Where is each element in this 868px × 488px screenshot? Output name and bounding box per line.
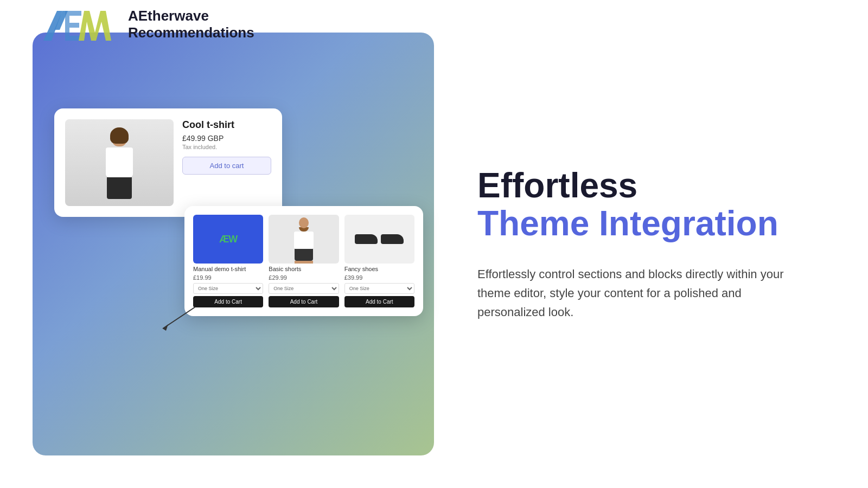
product-image	[65, 119, 174, 206]
product-title: Cool t-shirt	[182, 119, 271, 131]
reco-image-tshirt: ÆW	[193, 215, 263, 264]
reco-item-shorts: Basic shorts £29.99 One Size Add to Cart	[269, 215, 339, 307]
aew-logo-badge: ÆW	[219, 234, 237, 245]
add-to-cart-button[interactable]: Add to cart	[182, 157, 271, 175]
svg-rect-3	[69, 11, 81, 16]
shoe-left-icon	[355, 234, 378, 244]
recommendations-widget: ÆW Manual demo t-shirt £19.99 One Size A…	[184, 206, 423, 316]
reco-name-tshirt: Manual demo t-shirt	[193, 266, 263, 272]
reco-size-select-shorts[interactable]: One Size	[269, 283, 339, 294]
reco-item-tshirt: ÆW Manual demo t-shirt £19.99 One Size A…	[193, 215, 263, 307]
shoes-figure-icon	[350, 230, 408, 248]
brand-logo-icon	[33, 0, 119, 49]
reco-price-shoes: £39.99	[344, 274, 414, 281]
svg-rect-2	[65, 11, 69, 41]
svg-rect-4	[69, 23, 79, 28]
reco-image-shoes	[344, 215, 414, 264]
heading-effortless: Effortless	[477, 166, 825, 204]
reco-add-button-tshirt[interactable]: Add to Cart	[193, 296, 263, 307]
right-section: Effortless Theme Integration Effortlessl…	[434, 0, 868, 488]
heading-theme-integration: Theme Integration	[477, 204, 825, 242]
reco-image-shorts	[269, 215, 339, 264]
product-info: Cool t-shirt £49.99 GBP Tax included. Ad…	[182, 119, 271, 175]
reco-size-select-shoes[interactable]: One Size	[344, 283, 414, 294]
recommendations-grid: ÆW Manual demo t-shirt £19.99 One Size A…	[193, 215, 414, 307]
description-text: Effortlessly control sections and blocks…	[477, 265, 792, 322]
reco-name-shoes: Fancy shoes	[344, 266, 414, 272]
man-shorts-figure-icon	[269, 215, 339, 264]
svg-marker-6	[79, 11, 111, 41]
reco-item-shoes: Fancy shoes £39.99 One Size Add to Cart	[344, 215, 414, 307]
reco-name-shorts: Basic shorts	[269, 266, 339, 272]
logo-area: AEtherwave Recommendations	[33, 0, 254, 49]
reco-add-button-shorts[interactable]: Add to Cart	[269, 296, 339, 307]
reco-size-select-tshirt[interactable]: One Size	[193, 283, 263, 294]
brand-name: AEtherwave Recommendations	[128, 8, 254, 41]
reco-price-shorts: £29.99	[269, 274, 339, 281]
reco-add-button-shoes[interactable]: Add to Cart	[344, 296, 414, 307]
reco-price-tshirt: £19.99	[193, 274, 263, 281]
product-tax: Tax included.	[182, 144, 271, 150]
left-section: AEtherwave Recommendations Cool t-shir	[0, 0, 434, 488]
arrow-indicator	[157, 301, 201, 336]
product-price: £49.99 GBP	[182, 134, 271, 143]
woman-figure-icon	[65, 119, 174, 206]
shoe-right-icon	[381, 234, 404, 244]
product-card: Cool t-shirt £49.99 GBP Tax included. Ad…	[54, 108, 282, 217]
